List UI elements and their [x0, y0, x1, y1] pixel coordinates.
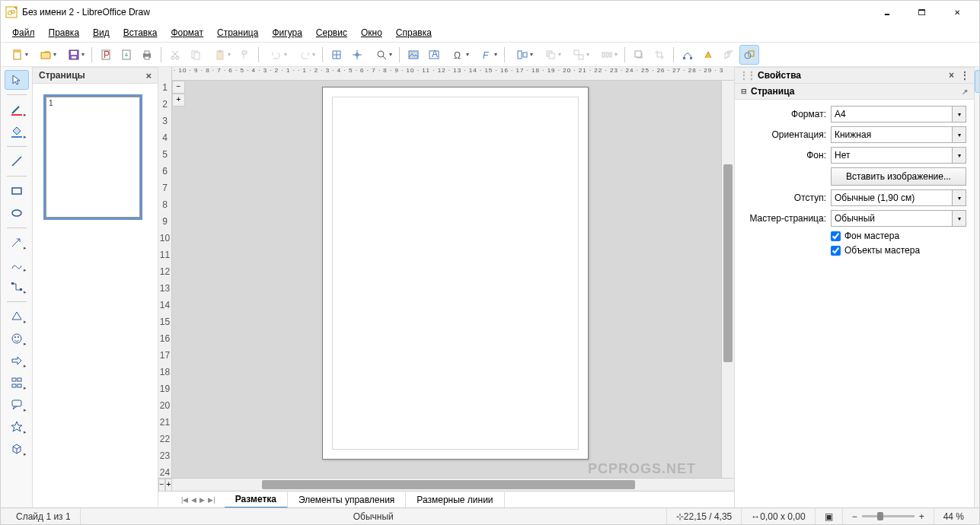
- shapes-tab[interactable]: [975, 96, 979, 119]
- menu-window[interactable]: Окно: [354, 25, 389, 40]
- textbox-button[interactable]: A: [424, 45, 444, 65]
- crop-button[interactable]: [650, 45, 669, 65]
- connector-tool[interactable]: [5, 277, 29, 297]
- master-bg-checkbox[interactable]: [831, 231, 841, 241]
- properties-tab[interactable]: [975, 70, 979, 93]
- select-tool[interactable]: [5, 70, 29, 90]
- page-workspace[interactable]: [185, 81, 721, 478]
- open-button[interactable]: [32, 45, 59, 65]
- minimize-button[interactable]: 🗕: [870, 1, 905, 24]
- fill-color-tool[interactable]: [5, 122, 29, 142]
- menu-tools[interactable]: Сервис: [309, 25, 354, 40]
- master-objects-checkbox[interactable]: [831, 246, 841, 256]
- menu-shape[interactable]: Фигура: [265, 25, 308, 40]
- chevron-down-icon[interactable]: ▾: [953, 106, 966, 123]
- zoom-slider[interactable]: − +: [843, 508, 934, 524]
- extrusion-button[interactable]: [719, 45, 739, 65]
- export-pdf-button[interactable]: P: [96, 45, 116, 65]
- cut-button[interactable]: [165, 45, 185, 65]
- menu-file[interactable]: Файл: [5, 25, 42, 40]
- tab-controls[interactable]: Элементы управления: [288, 492, 406, 508]
- status-scale-icon[interactable]: ▣: [816, 508, 843, 524]
- special-char-button[interactable]: Ω: [445, 45, 472, 65]
- vertical-scrollbar[interactable]: [721, 81, 734, 478]
- fontwork-button[interactable]: F: [473, 45, 500, 65]
- menu-help[interactable]: Справка: [389, 25, 439, 40]
- snap-button[interactable]: [347, 45, 367, 65]
- zoom-minus-v[interactable]: −: [172, 81, 185, 94]
- chevron-down-icon[interactable]: ▾: [953, 147, 966, 164]
- basic-shapes-tool[interactable]: [5, 307, 29, 326]
- block-arrows-tool[interactable]: [5, 351, 29, 371]
- save-button[interactable]: [60, 45, 88, 65]
- shapes-button[interactable]: [739, 45, 759, 65]
- horizontal-scrollbar[interactable]: [186, 479, 734, 491]
- slide-thumbnail-1[interactable]: 1: [43, 94, 142, 220]
- export-button[interactable]: [117, 45, 136, 65]
- maximize-button[interactable]: 🗖: [905, 1, 940, 24]
- undo-button[interactable]: [263, 45, 290, 65]
- new-button[interactable]: [4, 45, 31, 65]
- glue-points-button[interactable]: [698, 45, 718, 65]
- vertical-ruler[interactable]: 1234567891011121314151617181920212223242…: [158, 81, 172, 478]
- redo-button[interactable]: [291, 45, 318, 65]
- status-zoom[interactable]: 44 %: [934, 508, 973, 524]
- section-page-header[interactable]: ⊟ Страница ↗: [735, 84, 974, 100]
- close-button[interactable]: ✕: [940, 1, 975, 24]
- menu-insert[interactable]: Вставка: [117, 25, 164, 40]
- styles-tab[interactable]: A♦: [975, 122, 979, 145]
- flowchart-tool[interactable]: [5, 373, 29, 393]
- callout-tool[interactable]: [5, 395, 29, 415]
- navigator-tab[interactable]: [975, 173, 979, 196]
- grid-button[interactable]: [327, 45, 346, 65]
- shadow-button[interactable]: [629, 45, 649, 65]
- tab-dimlines[interactable]: Размерные линии: [406, 492, 504, 508]
- group-button[interactable]: [565, 45, 592, 65]
- image-button[interactable]: [404, 45, 423, 65]
- edit-points-button[interactable]: [678, 45, 697, 65]
- gallery-tab[interactable]: [975, 148, 979, 170]
- 3d-tool[interactable]: [5, 439, 29, 459]
- rect-tool[interactable]: [5, 181, 29, 201]
- background-select[interactable]: [831, 147, 953, 164]
- paste-button[interactable]: [206, 45, 234, 65]
- menu-page[interactable]: Страница: [210, 25, 265, 40]
- section-more-icon[interactable]: ↗: [962, 88, 968, 96]
- props-menu-icon[interactable]: ⋮: [960, 70, 969, 81]
- menu-edit[interactable]: Правка: [42, 25, 87, 40]
- format-select[interactable]: [831, 106, 953, 123]
- zoom-plus-h[interactable]: +: [165, 479, 172, 492]
- margin-select[interactable]: [831, 189, 953, 206]
- chevron-down-icon[interactable]: ▾: [953, 126, 966, 143]
- orientation-select[interactable]: [831, 126, 953, 143]
- arrow-tool[interactable]: [5, 233, 29, 253]
- chevron-down-icon[interactable]: ▾: [953, 189, 966, 206]
- menu-view[interactable]: Вид: [86, 25, 117, 40]
- menu-format[interactable]: Формат: [164, 25, 210, 40]
- curve-tool[interactable]: [5, 255, 29, 275]
- ellipse-tool[interactable]: [5, 203, 29, 223]
- print-button[interactable]: [137, 45, 157, 65]
- slides-panel-close-icon[interactable]: ×: [145, 70, 152, 81]
- zoom-button[interactable]: [368, 45, 395, 65]
- insert-image-button[interactable]: Вставить изображение...: [831, 167, 966, 186]
- tab-layout[interactable]: Разметка: [225, 492, 288, 508]
- tab-nav-next[interactable]: ▶: [200, 496, 205, 504]
- horizontal-ruler[interactable]: · 10 · 9 · 8 · 7 · 6 · 5 · 4 · 3 · 2 · 1…: [158, 67, 734, 81]
- line-tool[interactable]: [5, 151, 29, 171]
- page[interactable]: [322, 87, 589, 460]
- chevron-down-icon[interactable]: ▾: [953, 210, 966, 227]
- zoom-plus-v[interactable]: +: [172, 94, 185, 107]
- tab-nav-first[interactable]: |◀: [181, 496, 188, 504]
- clone-format-button[interactable]: [235, 45, 254, 65]
- tab-nav-last[interactable]: ▶|: [208, 496, 215, 504]
- symbol-shapes-tool[interactable]: [5, 329, 29, 348]
- zoom-minus-h[interactable]: −: [158, 479, 165, 492]
- master-select[interactable]: [831, 210, 953, 227]
- copy-button[interactable]: [186, 45, 206, 65]
- distribute-button[interactable]: [593, 45, 621, 65]
- tab-nav-prev[interactable]: ◀: [191, 496, 196, 504]
- props-close-icon[interactable]: ×: [949, 70, 954, 81]
- line-color-tool[interactable]: [5, 100, 29, 119]
- stars-tool[interactable]: [5, 417, 29, 437]
